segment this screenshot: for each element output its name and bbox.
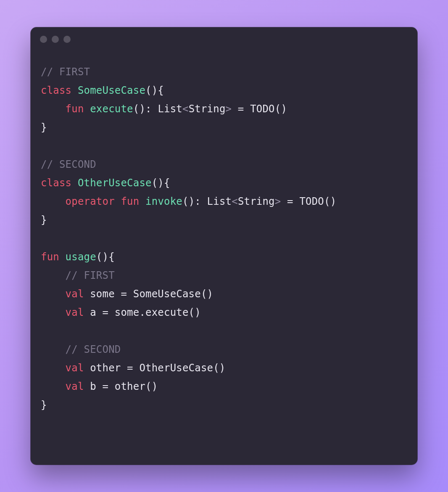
code-text: :	[145, 103, 158, 115]
code-punct: }	[41, 214, 47, 226]
code-indent	[41, 362, 66, 374]
code-comment: // SECOND	[66, 344, 121, 355]
code-comment: // SECOND	[41, 159, 96, 170]
code-punct: (){	[96, 251, 115, 263]
code-indent	[41, 288, 66, 300]
code-text: other = OtherUseCase()	[84, 362, 226, 374]
code-keyword: val	[66, 307, 84, 318]
code-keyword: fun	[121, 196, 139, 207]
code-text: :	[195, 196, 207, 207]
code-type: List	[207, 196, 232, 207]
code-type: OtherUseCase	[78, 177, 152, 189]
code-type: String	[238, 196, 275, 207]
code-punct: (){	[152, 177, 170, 189]
code-text: = TODO()	[281, 196, 336, 207]
code-type: String	[189, 103, 226, 115]
code-keyword: fun	[41, 251, 59, 263]
code-indent	[41, 196, 66, 207]
code-fn: execute	[90, 103, 133, 115]
code-keyword: val	[66, 362, 84, 374]
code-keyword: val	[66, 288, 84, 300]
code-indent	[41, 307, 66, 318]
minimize-icon[interactable]	[52, 36, 59, 43]
code-indent	[41, 103, 66, 115]
code-text: a = some.execute()	[84, 307, 201, 318]
titlebar	[31, 27, 417, 51]
code-comment: // FIRST	[41, 66, 90, 78]
code-punct: <	[182, 103, 189, 115]
code-keyword: operator	[66, 196, 115, 207]
code-comment: // FIRST	[66, 270, 115, 281]
code-keyword: fun	[66, 103, 84, 115]
code-text: some = SomeUseCase()	[84, 288, 213, 300]
code-type: List	[158, 103, 182, 115]
maximize-icon[interactable]	[63, 36, 71, 43]
code-indent	[41, 270, 66, 281]
code-punct: ()	[182, 196, 195, 207]
code-fn: usage	[66, 251, 96, 263]
code-punct: >	[275, 196, 281, 207]
code-punct: }	[41, 122, 47, 133]
code-fn: invoke	[145, 196, 182, 207]
code-content: // FIRST class SomeUseCase(){ fun execut…	[31, 51, 417, 465]
code-punct: }	[41, 399, 47, 411]
code-indent	[41, 344, 66, 355]
code-keyword: class	[41, 177, 71, 189]
close-icon[interactable]	[40, 36, 47, 43]
code-text: b = other()	[84, 381, 158, 392]
code-punct: >	[226, 103, 232, 115]
code-indent	[41, 381, 66, 392]
code-text: = TODO()	[232, 103, 287, 115]
code-punct: (){	[145, 85, 164, 96]
code-keyword: class	[41, 85, 71, 96]
code-punct: ()	[133, 103, 145, 115]
code-punct: <	[232, 196, 238, 207]
code-keyword: val	[66, 381, 84, 392]
code-type: SomeUseCase	[78, 85, 145, 96]
code-window: // FIRST class SomeUseCase(){ fun execut…	[31, 27, 417, 465]
